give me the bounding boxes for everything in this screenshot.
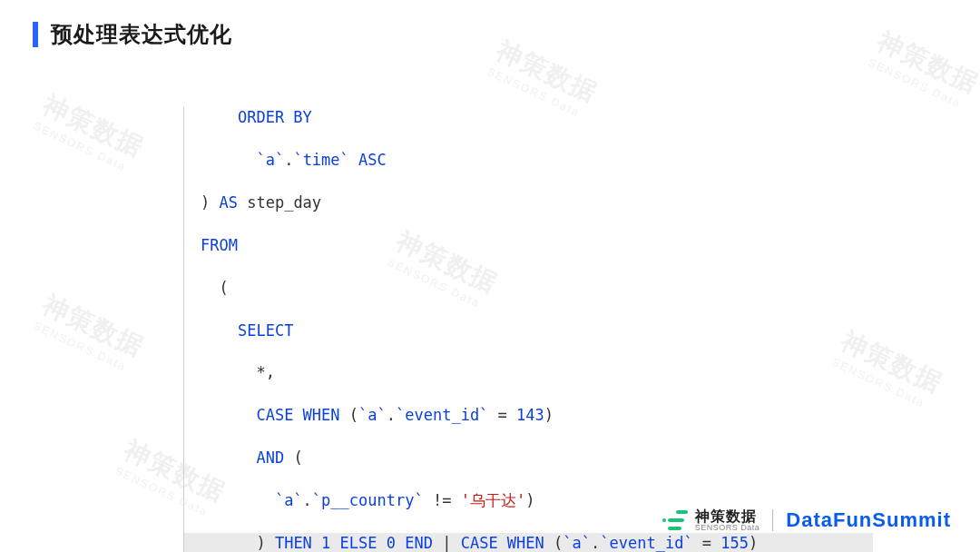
footer: 神策数据 SENSORS Data DataFunSummit xyxy=(668,508,951,532)
sql-code-block: ORDER BY `a`.`time` ASC ) AS step_day FR… xyxy=(183,107,873,552)
sensors-logo: 神策数据 SENSORS Data xyxy=(668,509,760,532)
watermark-en: SENSORS Data xyxy=(32,120,136,177)
footer-divider xyxy=(772,509,773,531)
sensors-name-en: SENSORS Data xyxy=(695,524,760,532)
title-accent xyxy=(33,22,38,47)
sensors-logo-icon xyxy=(668,510,688,530)
slide-title: 预处理表达式优化 xyxy=(51,20,232,49)
sensors-name-cn: 神策数据 xyxy=(695,509,760,524)
datafunsummit-label: DataFunSummit xyxy=(786,508,951,532)
slide-title-bar: 预处理表达式优化 xyxy=(0,0,980,49)
watermark-cn: 神策数据 xyxy=(38,91,149,163)
